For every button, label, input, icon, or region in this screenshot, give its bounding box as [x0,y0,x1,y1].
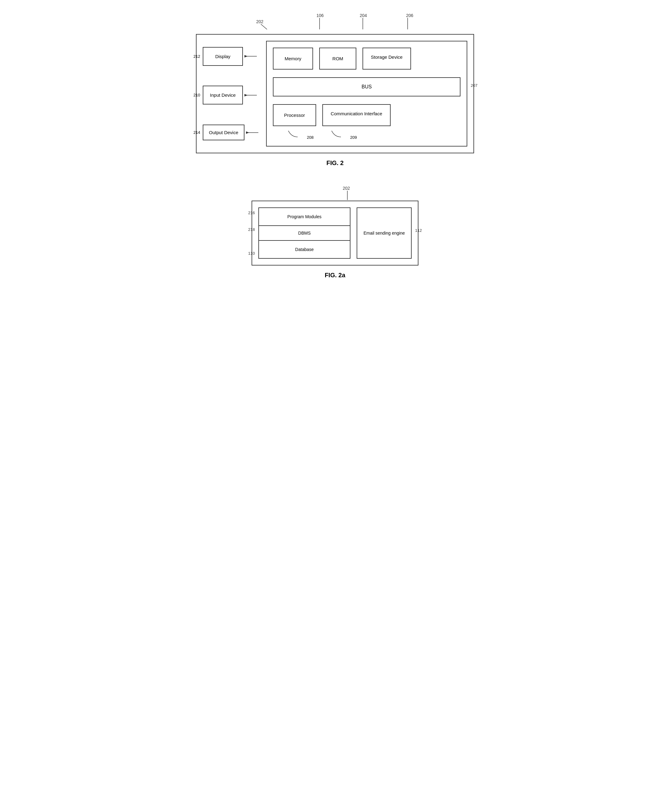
input-arrow-svg [244,92,260,98]
processor-box: Processor [273,104,316,126]
fig2a-caption: FIG. 2a [252,272,418,279]
fig2a-wrapper: 202 216 218 110 Program Modules [252,185,418,279]
input-device-label: Input Device [210,92,235,98]
input-device-row: 210 Input Device [203,86,261,105]
fig2-inner-box: 207 Memory ROM Storage Device [266,41,467,147]
fig2a-inner: 216 218 110 Program Modules DBMS Databas… [258,207,412,259]
storage-label: Storage Device [371,54,403,60]
program-modules-box: Program Modules [259,208,350,226]
processor-label: Processor [284,113,305,118]
svg-line-7 [261,24,267,29]
output-device-row: 214 Output Device [203,125,261,140]
dbms-label: DBMS [298,230,311,235]
memory-box: Memory [273,47,313,69]
svg-text:206: 206 [406,13,413,18]
ref-110: 110 [248,251,255,255]
left-devices: 212 Display [203,41,266,147]
display-box: Display [203,47,243,66]
fig2a-outer-box: 216 218 110 Program Modules DBMS Databas… [252,201,418,266]
display-arrow-svg [244,53,260,59]
ref-210: 210 [193,93,200,97]
svg-text:106: 106 [316,13,324,18]
fig2a-left-stack: 216 218 110 Program Modules DBMS Databas… [258,207,350,259]
ref-208: 208 [307,135,314,140]
fig2-outer-box: 212 Display [196,34,474,153]
comm-interface-label: Communication Interface [331,111,382,116]
fig2-top-ref-area: 106 204 206 202 [196,12,474,31]
fig2-caption: FIG. 2 [196,159,474,167]
figure-container: 106 204 206 202 212 [196,12,474,291]
ref-207: 207 [471,83,477,88]
ref-209: 209 [350,135,357,140]
ref-209-container: 209 [328,131,347,140]
rom-box: ROM [319,47,356,69]
email-engine-box: 112 Email sending engine [357,207,412,259]
program-modules-label: Program Modules [288,214,322,219]
svg-text:202: 202 [343,186,350,191]
bottom-components-row: Processor Communication Interface [273,104,460,126]
ref-208-container: 208 [285,131,304,140]
display-row: 212 Display [203,47,261,66]
input-device-box: Input Device [203,86,243,105]
svg-marker-9 [244,55,247,58]
ref-212: 212 [193,54,200,59]
ref-214: 214 [193,130,200,135]
email-engine-label: Email sending engine [364,230,405,235]
output-device-arrow [246,130,261,136]
bus-label: BUS [362,84,372,89]
storage-box: Storage Device [362,47,411,69]
fig2-top-refs-svg: 106 204 206 202 [196,12,474,31]
display-label: Display [215,54,230,59]
fig2a-top-ref: 202 [252,185,418,201]
bottom-refs: 208 209 [273,131,460,140]
rom-label: ROM [333,56,343,61]
ref-112: 112 [415,228,422,233]
fig2-diagram: 212 Display [196,34,474,153]
fig2-wrapper: 106 204 206 202 212 [196,12,474,167]
bus-box: BUS [273,77,460,96]
memory-label: Memory [284,56,301,61]
output-device-label: Output Device [209,130,238,135]
ref-218: 218 [248,227,255,232]
database-box: Database [259,241,350,258]
svg-text:202: 202 [256,19,264,24]
database-label: Database [295,247,314,252]
display-arrow [244,53,260,59]
svg-text:204: 204 [360,13,367,18]
output-device-box: Output Device [203,125,244,140]
output-arrow-svg [246,130,261,136]
svg-marker-13 [246,131,249,134]
memory-row: Memory ROM Storage Device [273,47,460,69]
input-device-arrow [244,92,260,98]
ref-216: 216 [248,210,255,215]
fig2a-top-ref-svg: 202 [252,185,418,201]
ref-208-svg [285,131,304,139]
comm-interface-box: Communication Interface [322,104,391,126]
dbms-box: DBMS [259,226,350,241]
ref-209-svg [328,131,347,139]
svg-marker-11 [244,94,247,96]
